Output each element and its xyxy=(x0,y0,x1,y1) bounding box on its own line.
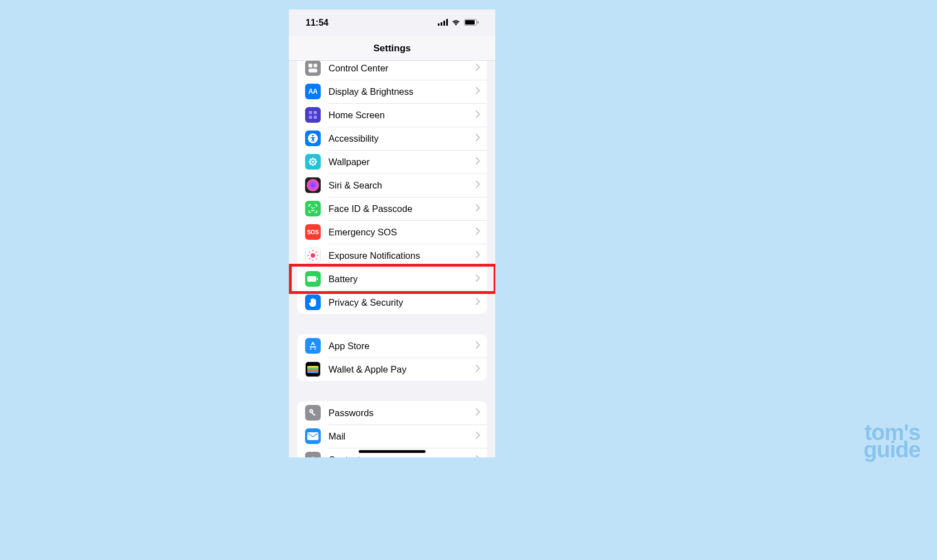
svg-rect-37 xyxy=(307,276,316,282)
settings-list[interactable]: Control CenterAADisplay & BrightnessHome… xyxy=(289,61,495,457)
emergency-sos-icon: SOS xyxy=(305,224,321,240)
svg-rect-1 xyxy=(441,22,442,26)
chevron-right-icon xyxy=(476,364,480,374)
settings-row-control-center[interactable]: Control Center xyxy=(297,61,487,80)
chevron-right-icon xyxy=(476,341,480,351)
settings-row-label: Exposure Notifications xyxy=(329,250,476,261)
siri-search-icon xyxy=(305,177,321,193)
chevron-right-icon xyxy=(476,110,480,120)
svg-rect-2 xyxy=(443,21,445,26)
svg-rect-48 xyxy=(307,432,318,440)
svg-point-31 xyxy=(307,255,308,256)
settings-row-label: Battery xyxy=(329,274,476,284)
chevron-right-icon xyxy=(476,86,480,96)
settings-row-emergency-sos[interactable]: SOSEmergency SOS xyxy=(297,220,487,244)
chevron-right-icon xyxy=(476,274,480,284)
svg-point-21 xyxy=(310,158,312,161)
wifi-icon xyxy=(451,18,461,28)
settings-group: Control CenterAADisplay & BrightnessHome… xyxy=(297,61,487,314)
settings-row-passwords[interactable]: Passwords xyxy=(297,401,487,424)
svg-point-34 xyxy=(316,252,317,253)
svg-point-22 xyxy=(314,158,316,161)
iphone-frame: 11:54 Settings Control CenterAADisplay &… xyxy=(289,9,495,457)
settings-row-app-store[interactable]: App Store xyxy=(297,334,487,358)
settings-row-wallpaper[interactable]: Wallpaper xyxy=(297,150,487,173)
svg-point-45 xyxy=(311,411,312,412)
svg-rect-7 xyxy=(308,64,312,67)
svg-point-32 xyxy=(317,255,318,256)
svg-rect-3 xyxy=(446,19,448,26)
faceid-passcode-icon xyxy=(305,201,321,216)
settings-group: PasswordsMailContacts xyxy=(297,401,487,457)
svg-point-18 xyxy=(312,164,314,166)
chevron-right-icon xyxy=(476,250,480,260)
chevron-right-icon xyxy=(476,204,480,214)
settings-row-label: App Store xyxy=(329,341,476,351)
svg-point-49 xyxy=(311,456,315,457)
svg-point-36 xyxy=(316,258,317,259)
settings-row-display-brightness[interactable]: AADisplay & Brightness xyxy=(297,80,487,103)
control-center-icon xyxy=(305,61,321,76)
settings-row-siri-search[interactable]: Siri & Search xyxy=(297,173,487,197)
settings-row-label: Accessibility xyxy=(329,133,476,144)
app-store-icon xyxy=(305,338,321,354)
contacts-icon xyxy=(305,452,321,457)
home-screen-icon xyxy=(305,107,321,123)
svg-point-16 xyxy=(312,161,314,163)
svg-point-30 xyxy=(312,259,313,260)
svg-point-15 xyxy=(312,134,313,136)
settings-row-accessibility[interactable]: Accessibility xyxy=(297,127,487,150)
settings-row-battery[interactable]: Battery xyxy=(297,267,487,291)
page-title: Settings xyxy=(373,43,410,54)
svg-point-25 xyxy=(307,179,319,191)
svg-rect-0 xyxy=(438,23,439,26)
settings-row-label: Home Screen xyxy=(329,110,476,120)
cellular-signal-icon xyxy=(438,18,448,28)
svg-point-26 xyxy=(311,207,312,208)
accessibility-icon xyxy=(305,131,321,146)
wallet-apple-pay-icon xyxy=(305,361,321,377)
svg-point-28 xyxy=(311,253,315,258)
chevron-right-icon xyxy=(476,157,480,167)
watermark-logo: tom's guide xyxy=(863,424,920,458)
svg-point-35 xyxy=(309,258,310,259)
svg-rect-38 xyxy=(317,278,318,280)
mail-icon xyxy=(305,428,321,444)
chevron-right-icon xyxy=(476,227,480,237)
settings-row-label: Passwords xyxy=(329,408,476,418)
settings-row-wallet-apple-pay[interactable]: Wallet & Apple Pay xyxy=(297,358,487,381)
svg-rect-12 xyxy=(309,116,312,119)
settings-row-label: Contacts xyxy=(329,455,476,458)
svg-point-23 xyxy=(310,163,312,165)
settings-row-exposure-notifications[interactable]: Exposure Notifications xyxy=(297,244,487,267)
settings-row-label: Wallet & Apple Pay xyxy=(329,364,476,375)
settings-row-faceid-passcode[interactable]: Face ID & Passcode xyxy=(297,197,487,220)
settings-row-label: Display & Brightness xyxy=(329,86,476,97)
settings-row-label: Siri & Search xyxy=(329,180,476,191)
settings-row-label: Mail xyxy=(329,431,476,442)
chevron-right-icon xyxy=(476,455,480,457)
settings-row-label: Control Center xyxy=(329,63,476,74)
svg-rect-6 xyxy=(477,21,479,23)
settings-row-mail[interactable]: Mail xyxy=(297,424,487,448)
svg-rect-8 xyxy=(313,64,317,67)
privacy-security-icon xyxy=(305,295,321,310)
svg-rect-9 xyxy=(308,69,317,73)
page-canvas: 11:54 Settings Control CenterAADisplay &… xyxy=(0,0,937,469)
battery-icon xyxy=(305,271,321,287)
chevron-right-icon xyxy=(476,297,480,307)
settings-row-privacy-security[interactable]: Privacy & Security xyxy=(297,291,487,314)
watermark-line2: guide xyxy=(863,441,920,458)
battery-status-icon xyxy=(464,18,479,28)
svg-point-33 xyxy=(309,252,310,253)
settings-row-label: Wallpaper xyxy=(329,157,476,167)
svg-point-17 xyxy=(312,158,314,160)
svg-rect-43 xyxy=(307,371,318,373)
settings-row-home-screen[interactable]: Home Screen xyxy=(297,103,487,127)
svg-point-24 xyxy=(314,163,316,165)
status-icons xyxy=(438,18,479,28)
chevron-right-icon xyxy=(476,63,480,73)
home-indicator[interactable] xyxy=(359,450,426,453)
exposure-notifications-icon xyxy=(305,248,321,263)
nav-header: Settings xyxy=(289,36,495,61)
